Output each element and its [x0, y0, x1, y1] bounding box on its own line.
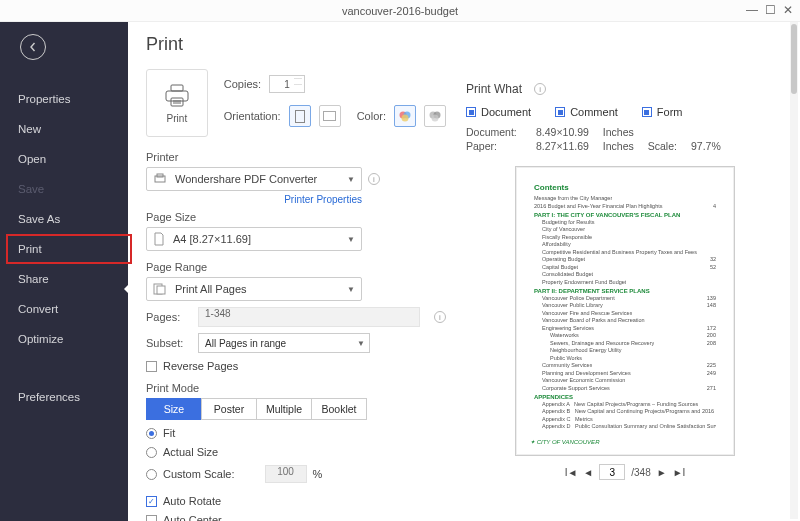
scrollbar-thumb[interactable] — [791, 24, 797, 94]
print-what-info-icon[interactable]: i — [534, 83, 546, 95]
fit-label: Fit — [163, 427, 175, 439]
pager-prev-button[interactable]: ◄ — [583, 467, 593, 478]
sidebar-item-properties[interactable]: Properties — [0, 84, 128, 114]
sidebar-item-optimize[interactable]: Optimize — [0, 324, 128, 354]
svg-rect-1 — [166, 91, 188, 101]
grayscale-print-button[interactable] — [424, 105, 446, 127]
scale-label: Scale: — [648, 140, 677, 152]
mode-multiple-button[interactable]: Multiple — [256, 398, 312, 420]
doc-dim-label: Document: — [466, 126, 522, 138]
sidebar-item-save-as[interactable]: Save As — [0, 204, 128, 234]
printer-properties-link[interactable]: Printer Properties — [284, 194, 362, 205]
color-print-button[interactable] — [394, 105, 416, 127]
orientation-label: Orientation: — [224, 110, 281, 122]
sidebar-item-open[interactable]: Open — [0, 144, 128, 174]
reverse-pages-checkbox[interactable] — [146, 361, 157, 372]
copies-label: Copies: — [224, 78, 261, 90]
print-action-label: Print — [167, 113, 188, 124]
minimize-button[interactable]: — — [744, 2, 760, 18]
preview-heading: Contents — [534, 183, 716, 192]
pages-info-icon[interactable]: i — [434, 311, 446, 323]
paper-dim-label: Paper: — [466, 140, 522, 152]
page-range-label: Page Range — [146, 261, 446, 273]
sidebar-item-new[interactable]: New — [0, 114, 128, 144]
svg-rect-3 — [295, 110, 304, 122]
print-what-title: Print What i — [466, 82, 784, 96]
printer-dropdown[interactable]: Wondershare PDF Converter ▼ — [146, 167, 362, 191]
printer-info-icon[interactable]: i — [368, 173, 380, 185]
actual-size-radio[interactable] — [146, 447, 157, 458]
pw-document-checkbox[interactable] — [466, 107, 476, 117]
color-icon — [398, 110, 412, 122]
sidebar-item-preferences[interactable]: Preferences — [0, 382, 128, 412]
preview-pager: I◄ ◄ /348 ► ►I — [466, 464, 784, 480]
titlebar: vancouver-2016-budget — ☐ ✕ — [0, 0, 800, 22]
pager-last-button[interactable]: ►I — [673, 467, 686, 478]
subset-label: Subset: — [146, 337, 190, 349]
copies-input[interactable]: 1 — [269, 75, 305, 93]
pager-total-label: /348 — [631, 467, 650, 478]
subset-value: All Pages in range — [205, 338, 286, 349]
orientation-landscape-button[interactable] — [319, 105, 341, 127]
sidebar: Properties New Open Save Save As Print S… — [0, 22, 128, 521]
pager-next-button[interactable]: ► — [657, 467, 667, 478]
scale-value: 97.7% — [691, 140, 721, 152]
sidebar-item-print[interactable]: Print — [0, 234, 128, 264]
svg-point-7 — [402, 115, 409, 122]
maximize-button[interactable]: ☐ — [762, 2, 778, 18]
print-mode-label: Print Mode — [146, 382, 446, 394]
printer-small-icon — [153, 173, 167, 185]
printer-section-label: Printer — [146, 151, 446, 163]
pw-comment-checkbox[interactable] — [555, 107, 565, 117]
pager-page-input[interactable] — [599, 464, 625, 480]
pw-form-checkbox[interactable] — [642, 107, 652, 117]
page-size-label: Page Size — [146, 211, 446, 223]
auto-rotate-label: Auto Rotate — [163, 495, 221, 507]
vertical-scrollbar[interactable] — [790, 22, 798, 519]
custom-scale-label: Custom Scale: — [163, 468, 235, 480]
doc-dim-unit: Inches — [603, 126, 634, 138]
grayscale-icon — [428, 110, 442, 122]
back-button[interactable] — [20, 34, 46, 60]
sidebar-item-convert[interactable]: Convert — [0, 294, 128, 324]
pw-form-label: Form — [657, 106, 683, 118]
pages-input[interactable]: 1-348 — [198, 307, 420, 327]
svg-rect-14 — [157, 286, 165, 294]
chevron-down-icon: ▼ — [347, 235, 355, 244]
pw-comment-label: Comment — [570, 106, 618, 118]
custom-scale-input[interactable]: 100 — [265, 465, 307, 483]
mode-poster-button[interactable]: Poster — [201, 398, 257, 420]
percent-label: % — [313, 468, 323, 480]
color-label: Color: — [357, 110, 386, 122]
window-controls: — ☐ ✕ — [744, 2, 796, 18]
paper-dim-unit: Inches — [603, 140, 634, 152]
printer-icon — [163, 83, 191, 109]
printer-value: Wondershare PDF Converter — [175, 173, 317, 185]
mode-booklet-button[interactable]: Booklet — [311, 398, 367, 420]
sidebar-item-share[interactable]: Share — [0, 264, 128, 294]
page-size-value: A4 [8.27×11.69] — [173, 233, 251, 245]
paper-dim-value: 8.27×11.69 — [536, 140, 589, 152]
portrait-icon — [295, 110, 305, 123]
page-size-dropdown[interactable]: A4 [8.27×11.69] ▼ — [146, 227, 362, 251]
pager-first-button[interactable]: I◄ — [565, 467, 578, 478]
orientation-portrait-button[interactable] — [289, 105, 311, 127]
page-title: Print — [146, 34, 446, 55]
auto-center-checkbox[interactable] — [146, 515, 157, 522]
fit-radio[interactable] — [146, 428, 157, 439]
custom-scale-radio[interactable] — [146, 469, 157, 480]
page-preview: Contents Message from the City Manager 2… — [515, 166, 735, 456]
sidebar-item-save: Save — [0, 174, 128, 204]
preview-footer-logo: ✦ CITY OF VANCOUVER — [530, 438, 599, 445]
subset-dropdown[interactable]: All Pages in range ▼ — [198, 333, 370, 353]
svg-rect-0 — [171, 85, 183, 91]
mode-size-button[interactable]: Size — [146, 398, 202, 420]
page-range-value: Print All Pages — [175, 283, 247, 295]
pw-document-label: Document — [481, 106, 531, 118]
window-title: vancouver-2016-budget — [342, 5, 458, 17]
page-range-dropdown[interactable]: Print All Pages ▼ — [146, 277, 362, 301]
close-button[interactable]: ✕ — [780, 2, 796, 18]
landscape-icon — [323, 111, 336, 121]
print-action-box[interactable]: Print — [146, 69, 208, 137]
auto-rotate-checkbox[interactable] — [146, 496, 157, 507]
